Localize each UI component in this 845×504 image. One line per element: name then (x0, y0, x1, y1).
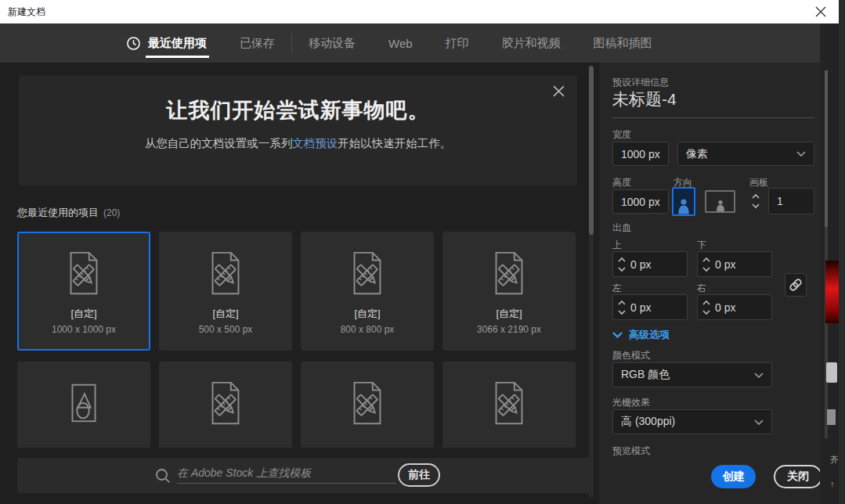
document-ruler-pencil-icon (343, 248, 392, 298)
tab-label: 最近使用项 (148, 23, 207, 63)
document-ruler-pencil-icon (485, 248, 533, 298)
bleed-top-stepper[interactable] (613, 255, 630, 274)
bleed-top-input[interactable] (630, 258, 679, 271)
landscape-person-icon (716, 198, 725, 211)
unit-value: 像素 (686, 147, 708, 161)
bleed-right-stepper[interactable] (698, 298, 715, 317)
bleed-left-field (612, 294, 688, 320)
recent-card[interactable]: [自定] 500 x 500 px (159, 232, 292, 351)
width-label: 宽度 (612, 128, 631, 142)
preview-mode-label: 预览模式 (612, 445, 650, 458)
tab-web[interactable]: Web (372, 23, 429, 63)
bleed-bottom-input[interactable] (715, 258, 764, 271)
stepper-up-down-icon (751, 192, 760, 211)
content-scrollbar[interactable] (589, 66, 594, 498)
card-dimensions: 3066 x 2190 px (477, 324, 541, 335)
scrollbar-thumb[interactable] (589, 66, 594, 235)
raster-effects-select[interactable]: 高 (300ppi) (612, 409, 772, 434)
close-button[interactable]: 关闭 (774, 465, 822, 488)
portrait-person-icon (677, 196, 690, 214)
panel-header: 预设详细信息 (612, 76, 669, 89)
advanced-options-toggle[interactable]: 高级选项 (612, 328, 670, 342)
bleed-bottom-stepper[interactable] (698, 255, 715, 274)
artboards-input[interactable] (768, 188, 814, 214)
bleed-left-stepper[interactable] (613, 298, 630, 317)
go-button[interactable]: 前往 (398, 463, 440, 487)
bleed-left-input[interactable] (630, 301, 679, 314)
recent-cards-row-2 (17, 362, 576, 448)
stepper-up-down-icon (702, 255, 711, 274)
recent-card[interactable]: [自定] 3066 x 2190 px (442, 232, 576, 351)
recent-card[interactable] (442, 362, 576, 448)
adobe-stock-searchbar: 前往 (17, 458, 594, 493)
document-presets-link[interactable]: 文档预设 (292, 137, 338, 149)
document-ruler-pencil-icon (485, 378, 533, 428)
artboards-stepper[interactable] (748, 188, 764, 214)
stepper-up-down-icon (617, 255, 627, 274)
orientation-landscape-button[interactable] (705, 190, 735, 213)
recent-card[interactable] (301, 362, 434, 448)
bleed-right-label: 右 (697, 282, 706, 295)
tab-label: 已保存 (240, 23, 275, 63)
chain-link-icon (789, 278, 803, 292)
background-partial-text: ↑ (830, 479, 835, 488)
document-ruler-pencil-icon (201, 248, 250, 298)
background-partial-text: 齐 (830, 454, 839, 466)
card-name: [自定] (354, 307, 380, 321)
tab-label: 打印 (446, 23, 469, 63)
background-scrollbar-thumb (825, 70, 828, 227)
color-mode-value: RGB 颜色 (621, 368, 670, 382)
tab-film-video[interactable]: 胶片和视频 (486, 23, 577, 63)
tab-label: 胶片和视频 (502, 23, 561, 63)
raster-effects-label: 光栅效果 (612, 396, 650, 409)
banner-subtitle-text: 开始以快速开始工作。 (338, 137, 451, 149)
background-panel-fragment (826, 362, 837, 383)
width-input[interactable] (612, 142, 669, 166)
recent-cards-row-1: [自定] 1000 x 1000 px [自定] 500 x 500 px [自… (17, 232, 576, 351)
title-underline (612, 117, 814, 118)
advanced-options-label: 高级选项 (629, 328, 670, 342)
stock-template-search-input[interactable] (177, 465, 396, 484)
new-document-dialog: 新建文档 最近使用项 已保存 移动设备 Web 打印 胶片和视频 (0, 0, 845, 504)
background-panel-fragment (827, 409, 836, 425)
recent-content-area: 让我们开始尝试新事物吧。 从您自己的文档设置或一系列文档预设开始以快速开始工作。… (0, 63, 599, 504)
bleed-link-button[interactable] (785, 273, 807, 297)
unit-select[interactable]: 像素 (677, 142, 814, 166)
card-dimensions: 1000 x 1000 px (52, 324, 116, 335)
card-dimensions: 500 x 500 px (199, 324, 253, 335)
chevron-down-icon (754, 373, 764, 378)
tab-recent[interactable]: 最近使用项 (110, 23, 223, 63)
stepper-up-down-icon (702, 298, 711, 317)
tab-print[interactable]: 打印 (429, 23, 486, 63)
document-shapes-icon (60, 378, 108, 428)
bleed-left-label: 左 (612, 282, 622, 295)
color-mode-select[interactable]: RGB 颜色 (612, 362, 772, 387)
document-title-field[interactable]: 未标题-4 (612, 88, 677, 110)
recent-card-selected[interactable]: [自定] 1000 x 1000 px (17, 232, 150, 351)
color-mode-label: 颜色模式 (612, 349, 650, 362)
recent-card[interactable] (159, 362, 292, 448)
orientation-portrait-button[interactable] (672, 187, 695, 216)
height-input[interactable] (612, 189, 669, 214)
bleed-label: 出血 (612, 221, 631, 235)
banner-subtitle: 从您自己的文档设置或一系列文档预设开始以快速开始工作。 (19, 136, 577, 151)
tab-art-illustration[interactable]: 图稿和插图 (577, 23, 669, 63)
recent-items-label: 您最近使用的项目(20) (17, 206, 120, 220)
card-dimensions: 800 x 800 px (341, 324, 395, 335)
tab-mobile[interactable]: 移动设备 (292, 23, 372, 63)
recent-card[interactable] (17, 362, 150, 448)
banner-close-icon[interactable] (553, 85, 565, 97)
window-close-icon[interactable] (815, 6, 826, 17)
tab-saved[interactable]: 已保存 (223, 23, 291, 63)
window-title: 新建文档 (0, 5, 45, 19)
chevron-down-icon (796, 151, 806, 157)
recent-card[interactable]: [自定] 800 x 800 px (301, 232, 434, 351)
document-ruler-pencil-icon (60, 248, 108, 298)
card-name: [自定] (70, 307, 96, 321)
chevron-down-icon (612, 332, 623, 338)
tab-label: Web (388, 23, 413, 63)
banner-subtitle-text: 从您自己的文档设置或一系列 (145, 137, 293, 149)
create-button[interactable]: 创建 (711, 465, 756, 488)
bleed-right-input[interactable] (715, 301, 764, 314)
recent-items-label-text: 您最近使用的项目 (17, 207, 99, 218)
